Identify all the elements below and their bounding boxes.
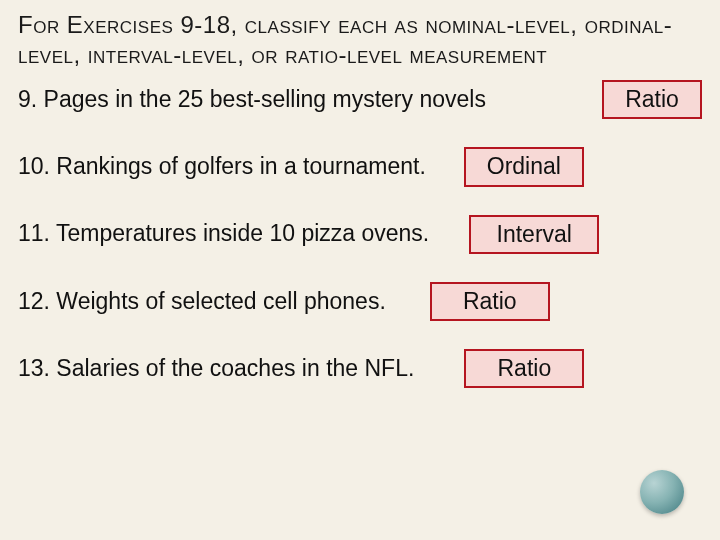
- answer-box: Interval: [469, 215, 599, 254]
- decorative-sphere-icon: [640, 470, 684, 514]
- question-text: 13. Salaries of the coaches in the NFL.: [18, 355, 414, 383]
- answer-box: Ratio: [464, 349, 584, 388]
- slide: For Exercises 9-18, classify each as nom…: [0, 0, 720, 540]
- question-row: 11. Temperatures inside 10 pizza ovens. …: [18, 215, 702, 254]
- question-row: 9. Pages in the 25 best-selling mystery …: [18, 80, 702, 119]
- question-text: 10. Rankings of golfers in a tournament.: [18, 153, 426, 181]
- question-text: 12. Weights of selected cell phones.: [18, 288, 386, 316]
- question-row: 10. Rankings of golfers in a tournament.…: [18, 147, 702, 186]
- answer-box: Ordinal: [464, 147, 584, 186]
- question-text: 9. Pages in the 25 best-selling mystery …: [18, 86, 584, 114]
- answer-box: Ratio: [602, 80, 702, 119]
- question-row: 12. Weights of selected cell phones. Rat…: [18, 282, 702, 321]
- question-row: 13. Salaries of the coaches in the NFL. …: [18, 349, 702, 388]
- question-text: 11. Temperatures inside 10 pizza ovens.: [18, 220, 429, 248]
- slide-title: For Exercises 9-18, classify each as nom…: [18, 10, 702, 70]
- answer-box: Ratio: [430, 282, 550, 321]
